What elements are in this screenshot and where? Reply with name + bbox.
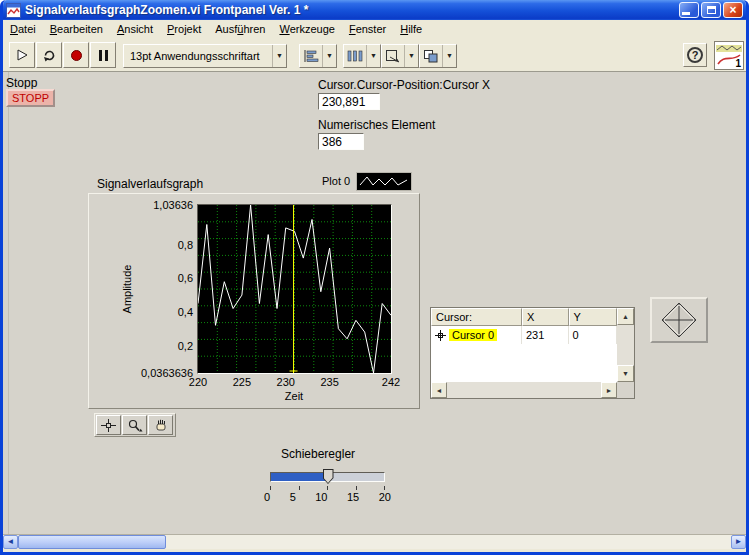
zoom-tool-button[interactable]: [122, 415, 147, 435]
title-bar: SignalverlaufsgraphZoomen.vi Frontpanel …: [3, 0, 746, 20]
stop-button[interactable]: STOPP: [6, 89, 55, 107]
abort-button[interactable]: [63, 42, 89, 68]
scroll-left-icon[interactable]: ◄: [3, 535, 18, 549]
hscrollbar-thumb[interactable]: [18, 535, 166, 549]
pause-icon: [99, 50, 108, 61]
slider-scale-value: 5: [290, 491, 296, 503]
cursor-x-value[interactable]: 230,891: [318, 93, 380, 110]
maximize-icon: [707, 6, 716, 14]
chevron-down-icon: ▼: [322, 45, 336, 67]
run-button[interactable]: [9, 42, 35, 68]
slider[interactable]: [270, 469, 385, 485]
stop-label: Stopp: [6, 76, 37, 90]
menu-item-werkzeuge[interactable]: Werkzeuge: [272, 20, 341, 39]
cursor-name: Cursor 0: [449, 329, 497, 341]
scroll-right-icon[interactable]: ►: [731, 535, 746, 549]
y-tick-label: 0,8: [178, 239, 193, 251]
x-tick-label: 225: [233, 376, 251, 388]
x-tick-label: 242: [382, 376, 400, 388]
plot-legend[interactable]: Plot 0: [322, 172, 412, 191]
window-hscrollbar[interactable]: ◄ ►: [3, 534, 746, 549]
header-x: X: [522, 308, 569, 326]
x-tick-label: 220: [189, 376, 207, 388]
minimize-icon: [682, 12, 690, 15]
plot-area[interactable]: [198, 205, 391, 373]
vi-icon-badge: 1: [735, 58, 741, 69]
resize-objects-dropdown[interactable]: ▼: [381, 44, 419, 68]
font-selector[interactable]: 13pt Anwendungsschriftart ▼: [123, 44, 287, 68]
maximize-button[interactable]: [701, 2, 721, 18]
menu-bar: Datei Bearbeiten Ansicht Projekt Ausführ…: [3, 20, 746, 39]
scroll-right-icon[interactable]: ►: [601, 382, 617, 398]
slider-label: Schieberegler: [281, 447, 355, 461]
distribute-objects-dropdown[interactable]: ▼: [343, 44, 381, 68]
scroll-left-icon[interactable]: ◄: [431, 382, 447, 398]
slider-scale-value: 20: [379, 491, 391, 503]
minimize-button[interactable]: [679, 2, 699, 18]
pan-tool-button[interactable]: [148, 415, 173, 435]
close-button[interactable]: ×: [723, 2, 743, 18]
chevron-down-icon: ▼: [442, 45, 456, 67]
zoom-tool-icon: [127, 419, 143, 432]
distribute-objects-icon: [347, 49, 363, 63]
header-cursor: Cursor:: [431, 308, 522, 326]
resize-objects-icon: [385, 49, 401, 63]
cursor-table-hscrollbar[interactable]: ◄ ►: [431, 382, 617, 398]
slider-scale-value: 15: [347, 491, 359, 503]
pause-button[interactable]: [90, 42, 116, 68]
reorder-objects-dropdown[interactable]: ▼: [419, 44, 457, 68]
run-continuous-button[interactable]: [36, 42, 62, 68]
cursor-tool-button[interactable]: [96, 415, 121, 435]
slider-scale-value: 10: [315, 491, 327, 503]
cursor-table-header: Cursor: X Y: [431, 308, 617, 326]
font-selector-value: 13pt Anwendungsschriftart: [124, 50, 260, 62]
menu-item-datei[interactable]: Datei: [3, 20, 43, 39]
help-button[interactable]: ?: [683, 43, 707, 67]
slider-tick-marks: [270, 486, 385, 490]
plot-sample-icon: [356, 172, 412, 191]
cursor-name-cell[interactable]: Cursor 0: [431, 326, 522, 344]
numeric-element-value[interactable]: 386: [318, 133, 364, 150]
cursor-legend-table: Cursor: X Y Cursor 0 231 0: [430, 307, 635, 399]
align-objects-icon: [303, 49, 319, 63]
panel-origin-line: [8, 72, 9, 534]
cursor-row[interactable]: Cursor 0 231 0: [431, 326, 617, 344]
toolbar: 13pt Anwendungsschriftart ▼ ▼ ▼: [3, 39, 746, 72]
app-icon: [6, 3, 21, 18]
x-tick-label: 230: [277, 376, 295, 388]
y-tick-label: 0,2: [178, 340, 193, 352]
graph-palette: [94, 413, 176, 437]
plot-legend-label: Plot 0: [322, 172, 356, 191]
reorder-objects-icon: [423, 49, 439, 63]
scroll-down-icon[interactable]: ▼: [617, 365, 634, 382]
window-title: SignalverlaufsgraphZoomen.vi Frontpanel …: [25, 3, 679, 17]
menu-item-ausfuehren[interactable]: Ausführen: [208, 20, 272, 39]
abort-icon: [71, 50, 82, 61]
menu-item-fenster[interactable]: Fenster: [342, 20, 393, 39]
chevron-down-icon: ▼: [272, 45, 286, 67]
menu-item-bearbeiten[interactable]: Bearbeiten: [43, 20, 110, 39]
y-tick-label: 0,4: [178, 306, 193, 318]
waveform-graph: Amplitude 1,036360,80,60,40,20,0363636 2…: [88, 193, 420, 409]
vi-icon-button[interactable]: 1: [714, 41, 744, 70]
numeric-element-label: Numerisches Element: [318, 118, 435, 132]
cursor-x-cell[interactable]: 231: [522, 326, 569, 344]
header-y: Y: [569, 308, 618, 326]
run-continuous-icon: [42, 48, 57, 63]
labview-window: SignalverlaufsgraphZoomen.vi Frontpanel …: [0, 0, 749, 555]
cursor-movement-pad[interactable]: [650, 297, 708, 343]
crosshair-icon: [435, 330, 446, 341]
scroll-up-icon[interactable]: ▲: [617, 308, 634, 325]
chevron-down-icon: ▼: [404, 45, 418, 67]
menu-item-ansicht[interactable]: Ansicht: [110, 20, 160, 39]
graph-title: Signalverlaufsgraph: [97, 177, 203, 191]
slider-scale: 0 5 10 15 20: [264, 491, 391, 503]
menu-item-hilfe[interactable]: Hilfe: [393, 20, 429, 39]
cursor-table-vscrollbar[interactable]: ▲ ▼: [617, 308, 634, 382]
slider-scale-value: 0: [264, 491, 270, 503]
align-objects-dropdown[interactable]: ▼: [299, 44, 337, 68]
cursor-y-cell[interactable]: 0: [569, 326, 618, 344]
menu-item-projekt[interactable]: Projekt: [160, 20, 208, 39]
scrollbar-corner: [617, 382, 634, 398]
run-icon: [15, 48, 29, 62]
